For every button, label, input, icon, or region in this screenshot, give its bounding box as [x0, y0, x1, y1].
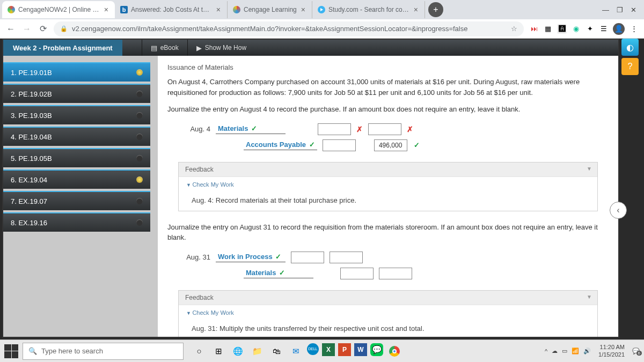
profile-icon[interactable]: 👤: [613, 23, 625, 35]
section-title: Issuance of Materials: [167, 63, 609, 71]
x-icon: ✗: [407, 125, 413, 134]
sidebar-item-5[interactable]: 5. PE.19.05B: [3, 148, 150, 167]
chrome-icon[interactable]: [386, 343, 402, 359]
url-input[interactable]: 🔒 v2.cengagenow.com/ilrn/takeAssignment/…: [54, 21, 524, 36]
taskbar-search[interactable]: 🔍 Type here to search: [23, 343, 184, 360]
status-dot-icon: [136, 112, 143, 119]
sidebar-item-7[interactable]: 7. EX.19.07: [3, 191, 150, 210]
maximize-icon[interactable]: ❐: [617, 6, 623, 14]
windows-taskbar: 🔍 Type here to search ○ ⊞ 🌐 📁 🛍 ✉ DELL X…: [0, 339, 644, 362]
sidebar-item-3[interactable]: 3. PE.19.03B: [3, 105, 150, 124]
new-tab-button[interactable]: +: [428, 2, 443, 17]
credit-amount-input[interactable]: 496,000: [374, 139, 407, 151]
readlist-icon[interactable]: ☰: [599, 24, 609, 34]
word-icon[interactable]: W: [354, 343, 367, 356]
ext-icon[interactable]: ⏭: [529, 24, 539, 34]
mail-icon[interactable]: ✉: [288, 343, 304, 359]
sidebar-item-8[interactable]: 8. EX.19.16: [3, 212, 150, 232]
start-button[interactable]: [4, 344, 18, 358]
progress-dot-icon: [136, 176, 143, 183]
credit-amount-input[interactable]: [330, 252, 363, 263]
back-icon[interactable]: ←: [5, 24, 16, 34]
account-select-debit[interactable]: Materials ✓: [216, 124, 286, 134]
account-select-debit[interactable]: Work in Process ✓: [216, 253, 286, 262]
tab-label: Answered: Job Costs At the end: [131, 6, 212, 13]
credit-amount-input[interactable]: [379, 268, 412, 279]
assignment-title: Week 2 - Problem Assignment: [3, 40, 122, 56]
store-icon[interactable]: 🛍: [268, 343, 284, 359]
tab-study[interactable]: Study.com - Search for courses, ×: [312, 1, 425, 18]
taskbar-apps: ○ ⊞ 🌐 📁 🛍 ✉ DELL X P W 💬: [191, 343, 402, 359]
close-icon[interactable]: ×: [103, 5, 109, 14]
check-icon: ✓: [414, 141, 420, 149]
check-icon: ✓: [279, 269, 285, 277]
ebook-button[interactable]: ▤eBook: [142, 40, 187, 56]
search-placeholder: Type here to search: [41, 347, 103, 355]
grammarly-icon[interactable]: ◉: [571, 24, 581, 34]
close-window-icon[interactable]: ✕: [631, 6, 636, 14]
search-icon: 🔍: [28, 347, 37, 355]
debit-amount-input[interactable]: [323, 139, 356, 151]
taskview-icon[interactable]: ⊞: [210, 343, 226, 359]
feedback-header[interactable]: Feedback: [179, 162, 597, 176]
tab-label: Study.com - Search for courses,: [328, 6, 409, 13]
extensions: ⏭ ▦ 🅰 ◉ ✦ ☰ 👤 ⋮: [529, 23, 639, 35]
clock[interactable]: 11:20 AM 1/15/2021: [595, 344, 628, 358]
rail-help-icon[interactable]: ?: [621, 58, 639, 75]
feedback-panel-1: Feedback Check My Work Aug. 4: Record ma…: [178, 162, 598, 211]
problem-text: On August 4, Carrothers Company purchase…: [167, 77, 609, 98]
wifi-icon[interactable]: 📶: [572, 348, 579, 354]
sound-icon[interactable]: 🔊: [583, 348, 591, 354]
minimize-icon[interactable]: —: [602, 6, 609, 14]
notifications-icon[interactable]: 💬6: [632, 348, 640, 354]
explorer-icon[interactable]: 📁: [249, 343, 265, 359]
status-dot-icon: [136, 155, 143, 161]
check-my-work-toggle[interactable]: Check My Work: [179, 305, 597, 320]
tab-cengage[interactable]: Cengage Learning ×: [228, 1, 312, 18]
chevron-up-icon[interactable]: ^: [545, 348, 547, 354]
close-icon[interactable]: ×: [215, 5, 222, 14]
rail-app-icon[interactable]: ◐: [621, 39, 639, 56]
status-dot-icon: [136, 91, 143, 97]
ext-icon[interactable]: ▦: [543, 24, 553, 34]
debit-amount-input[interactable]: [318, 123, 351, 135]
video-icon: ▶: [196, 44, 202, 52]
sidebar-item-2[interactable]: 2. PE.19.02B: [3, 84, 150, 103]
show-me-how-button[interactable]: ▶Show Me How: [187, 40, 255, 56]
feedback-panel-2: Feedback Check My Work Aug. 31: Multiply…: [178, 290, 598, 337]
forward-icon[interactable]: →: [21, 24, 32, 34]
feedback-text: Aug. 31: Multiply the units transferred …: [179, 320, 597, 337]
tab-bartleby[interactable]: b Answered: Job Costs At the end ×: [115, 1, 228, 18]
star-icon[interactable]: ☆: [511, 25, 517, 33]
menu-icon[interactable]: ⋮: [629, 24, 639, 34]
edge-icon[interactable]: 🌐: [230, 343, 246, 359]
lock-icon: 🔒: [60, 25, 68, 32]
sidebar-item-4[interactable]: 4. PE.19.04B: [3, 127, 150, 146]
chat-icon[interactable]: 💬: [370, 343, 383, 356]
cortana-icon[interactable]: ○: [191, 343, 207, 359]
ebook-icon: ▤: [151, 44, 157, 52]
sidebar-item-1[interactable]: 1. PE.19.01B: [3, 62, 150, 82]
battery-icon[interactable]: ▭: [562, 348, 567, 354]
account-select-credit[interactable]: Accounts Payable ✓: [244, 141, 317, 150]
dell-icon[interactable]: DELL: [307, 343, 319, 355]
powerpoint-icon[interactable]: P: [338, 343, 351, 356]
sidebar-item-6[interactable]: 6. EX.19.04: [3, 169, 150, 189]
close-icon[interactable]: ×: [413, 5, 419, 14]
tab-cengagenow[interactable]: CengageNOWv2 | Online teachin ×: [2, 1, 115, 18]
close-icon[interactable]: ×: [300, 5, 306, 14]
assignment-frame: Week 2 - Problem Assignment ▤eBook ▶Show…: [2, 39, 619, 338]
check-icon: ✓: [251, 124, 257, 132]
debit-amount-input[interactable]: [291, 252, 324, 263]
account-select-credit[interactable]: Materials ✓: [244, 269, 313, 278]
journal-entry-2: Aug. 31 Work in Process ✓ Materials ✓: [182, 249, 609, 282]
reload-icon[interactable]: ⟳: [38, 24, 48, 34]
credit-amount-input[interactable]: [368, 123, 401, 135]
feedback-header[interactable]: Feedback: [179, 291, 597, 305]
excel-icon[interactable]: X: [322, 343, 335, 356]
debit-amount-input[interactable]: [340, 268, 374, 279]
ext-icon[interactable]: 🅰: [557, 24, 567, 34]
check-my-work-toggle[interactable]: Check My Work: [179, 176, 597, 192]
onedrive-icon[interactable]: ☁: [552, 348, 558, 354]
puzzle-icon[interactable]: ✦: [585, 24, 595, 34]
